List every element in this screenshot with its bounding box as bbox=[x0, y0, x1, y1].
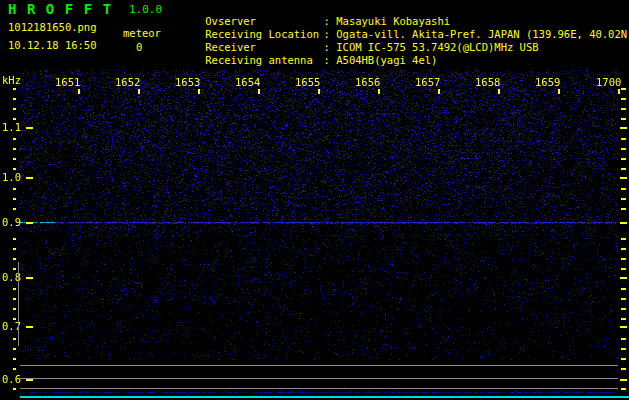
y-axis-minor-tick-left bbox=[13, 388, 16, 390]
reference-line-upper bbox=[20, 365, 618, 366]
y-axis-minor-tick-right bbox=[621, 188, 626, 190]
y-axis-minor-tick-left bbox=[13, 118, 16, 120]
y-axis-major-tick-left bbox=[26, 127, 33, 129]
y-axis-minor-tick-right bbox=[621, 348, 626, 350]
y-axis-minor-tick-right bbox=[621, 238, 626, 240]
x-tick-label: 1656 bbox=[355, 77, 380, 88]
y-axis-major-tick-right bbox=[620, 326, 627, 328]
y-axis-minor-tick-right bbox=[621, 168, 626, 170]
x-axis-tick bbox=[78, 89, 80, 94]
y-axis-minor-tick-left bbox=[13, 148, 16, 150]
y-axis-minor-tick-left bbox=[13, 338, 16, 340]
y-axis-minor-tick-right bbox=[621, 148, 626, 150]
reference-line-mid bbox=[20, 378, 618, 379]
y-tick-label: 1.1 bbox=[2, 122, 21, 133]
y-axis-minor-tick-right bbox=[621, 158, 626, 160]
y-axis-minor-tick-right bbox=[621, 368, 626, 370]
y-axis-minor-tick-left bbox=[13, 358, 16, 360]
y-axis-minor-tick-left bbox=[13, 168, 16, 170]
x-axis-tick bbox=[438, 89, 440, 94]
y-axis-minor-tick-right bbox=[621, 88, 626, 90]
y-axis-minor-tick-left bbox=[13, 158, 16, 160]
info-label: Receiving antenna bbox=[205, 54, 317, 66]
y-axis-major-tick-left bbox=[26, 177, 33, 179]
y-axis-minor-tick-right bbox=[621, 268, 626, 270]
x-axis-tick bbox=[318, 89, 320, 94]
y-axis-unit: kHz bbox=[2, 75, 21, 86]
app-title: HROFFT bbox=[8, 1, 122, 17]
x-axis-tick bbox=[198, 89, 200, 94]
y-axis-major-tick-right bbox=[620, 222, 627, 224]
left-scale-line bbox=[18, 262, 19, 346]
y-axis-major-tick-right bbox=[620, 127, 627, 129]
y-axis-minor-tick-right bbox=[621, 388, 626, 390]
y-axis-minor-tick-right bbox=[621, 138, 626, 140]
y-axis-minor-tick-left bbox=[13, 238, 16, 240]
x-tick-label: 1659 bbox=[535, 77, 560, 88]
x-axis-tick bbox=[498, 89, 500, 94]
y-axis-minor-tick-left bbox=[13, 248, 16, 250]
spectrogram-canvas bbox=[20, 70, 618, 400]
y-axis-major-tick-right bbox=[620, 177, 627, 179]
info-separator: : bbox=[317, 54, 336, 66]
y-axis-major-tick-right bbox=[620, 277, 627, 279]
echo-count: 0 bbox=[136, 41, 142, 53]
y-tick-label: 0.6 bbox=[2, 374, 21, 385]
y-axis-major-tick-left bbox=[26, 326, 33, 328]
y-axis-minor-tick-right bbox=[621, 248, 626, 250]
y-axis-minor-tick-right bbox=[621, 98, 626, 100]
y-axis-minor-tick-left bbox=[13, 108, 16, 110]
y-axis-minor-tick-right bbox=[621, 308, 626, 310]
x-axis-tick bbox=[378, 89, 380, 94]
y-axis-major-tick-left bbox=[26, 222, 33, 224]
x-tick-label: 1654 bbox=[235, 77, 260, 88]
y-axis-minor-tick-left bbox=[13, 98, 16, 100]
x-tick-label: 1657 bbox=[415, 77, 440, 88]
signal-baseline bbox=[20, 396, 629, 398]
y-tick-label: 1.0 bbox=[2, 172, 21, 183]
x-tick-label: 1652 bbox=[115, 77, 140, 88]
x-tick-label: 1651 bbox=[55, 77, 80, 88]
y-axis-minor-tick-right bbox=[621, 288, 626, 290]
x-axis-tick bbox=[558, 89, 560, 94]
y-axis-major-tick-right bbox=[620, 379, 627, 381]
y-axis-minor-tick-left bbox=[13, 198, 16, 200]
y-axis-minor-tick-right bbox=[621, 118, 626, 120]
y-axis-major-tick-left bbox=[26, 379, 33, 381]
y-axis-minor-tick-left bbox=[13, 288, 16, 290]
x-axis-tick bbox=[258, 89, 260, 94]
y-axis-minor-tick-left bbox=[13, 138, 16, 140]
mode-label: meteor bbox=[123, 27, 161, 39]
y-axis-minor-tick-left bbox=[13, 348, 16, 350]
x-axis-tick bbox=[138, 89, 140, 94]
y-axis-minor-tick-left bbox=[13, 268, 16, 270]
app-version: 1.0.0 bbox=[129, 3, 162, 16]
info-value: A504HB(yagi 4el) bbox=[336, 54, 437, 66]
y-tick-label: 0.9 bbox=[2, 217, 21, 228]
x-tick-label: 1658 bbox=[475, 77, 500, 88]
y-axis-minor-tick-left bbox=[13, 88, 16, 90]
output-filename: 1012181650.png bbox=[8, 21, 97, 33]
y-axis-minor-tick-right bbox=[621, 258, 626, 260]
y-axis-minor-tick-right bbox=[621, 318, 626, 320]
x-tick-label: 1655 bbox=[295, 77, 320, 88]
y-axis-minor-tick-right bbox=[621, 298, 626, 300]
y-axis-minor-tick-right bbox=[621, 358, 626, 360]
y-axis-minor-tick-right bbox=[621, 338, 626, 340]
y-axis-minor-tick-left bbox=[13, 188, 16, 190]
x-axis-tick bbox=[618, 89, 620, 94]
y-axis-major-tick-left bbox=[26, 277, 33, 279]
y-axis-minor-tick-left bbox=[13, 368, 16, 370]
y-axis-minor-tick-right bbox=[621, 198, 626, 200]
x-tick-label: 1653 bbox=[175, 77, 200, 88]
y-axis-minor-tick-right bbox=[621, 208, 626, 210]
y-axis-minor-tick-left bbox=[13, 308, 16, 310]
y-axis-minor-tick-left bbox=[13, 298, 16, 300]
y-axis-minor-tick-right bbox=[621, 108, 626, 110]
y-axis-minor-tick-left bbox=[13, 258, 16, 260]
x-tick-label: 1700 bbox=[596, 77, 621, 88]
y-axis-minor-tick-left bbox=[13, 208, 16, 210]
datetime-label: 10.12.18 16:50 bbox=[8, 39, 97, 51]
hrofft-output-screen: HROFFT 1.0.0 1012181650.png meteor 10.12… bbox=[0, 0, 629, 400]
reference-line-lower bbox=[20, 388, 618, 389]
